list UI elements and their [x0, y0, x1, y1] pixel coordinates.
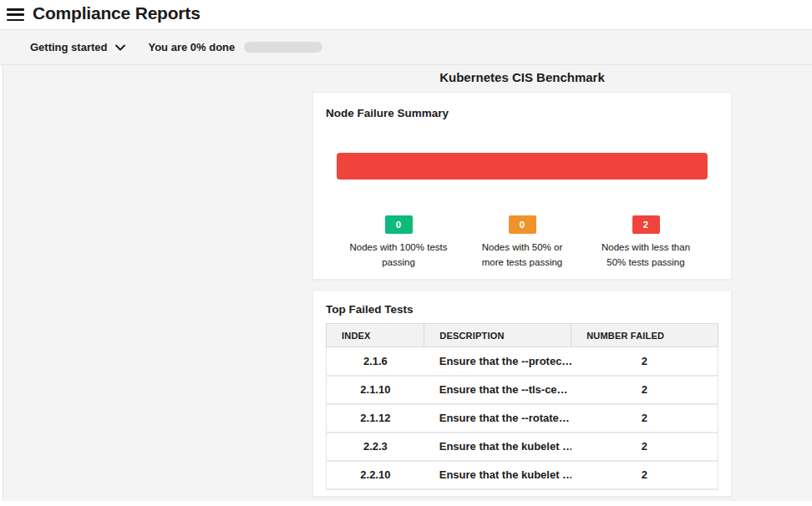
getting-started-toolbar: Getting started You are 0% done: [0, 29, 812, 65]
node-failure-summary-title: Node Failure Summary: [326, 107, 718, 119]
cell-number-failed: 2: [571, 376, 718, 404]
progress-bar: [244, 42, 322, 53]
stat-label: Nodes with 100% tests passing: [337, 240, 460, 271]
content-panel: Kubernetes CIS Benchmark Node Failure Su…: [3, 65, 812, 501]
cell-index: 2.2.3: [327, 433, 424, 461]
app-header: Compliance Reports: [0, 0, 812, 29]
cell-description: Ensure that the kubelet …: [424, 433, 571, 461]
node-stat: 0 Nodes with 100% tests passing: [337, 215, 460, 271]
table-row: 2.2.10 Ensure that the kubelet … 2: [327, 461, 718, 489]
cell-index: 2.1.6: [327, 347, 424, 376]
column-header-description: DESCRIPTION: [424, 324, 571, 347]
node-failure-stacked-bar: [337, 153, 708, 180]
cell-index: 2.1.10: [327, 376, 424, 404]
cell-number-failed: 2: [571, 433, 718, 461]
stat-label: Nodes with 50% or more tests passing: [460, 240, 584, 271]
stat-label: Nodes with less than 50% tests passing: [584, 240, 708, 271]
progress-text: You are 0% done: [148, 41, 235, 53]
stat-count-badge: 0: [385, 215, 413, 234]
cell-number-failed: 2: [571, 461, 718, 489]
table-row: 2.1.10 Ensure that the --tls-ce… 2: [327, 376, 718, 404]
top-failed-tests-table: INDEX DESCRIPTION NUMBER FAILED 2.1.6 En…: [326, 323, 718, 490]
page-title: Compliance Reports: [33, 3, 200, 23]
stat-count-badge: 2: [632, 215, 660, 234]
table-row: 2.1.12 Ensure that the --rotate… 2: [327, 404, 718, 433]
cell-index: 2.2.10: [327, 461, 424, 489]
top-failed-tests-title: Top Failed Tests: [326, 303, 718, 316]
cell-description: Ensure that the --protec…: [424, 347, 571, 376]
node-failure-summary-card: Node Failure Summary 0 Nodes with 100% t…: [312, 92, 732, 280]
node-stats-row: 0 Nodes with 100% tests passing 0 Nodes …: [337, 215, 708, 271]
chevron-down-icon: [115, 44, 125, 51]
column-header-index: INDEX: [327, 324, 424, 347]
getting-started-dropdown[interactable]: Getting started: [30, 41, 125, 53]
bottom-strip: [0, 501, 812, 506]
column-header-number-failed: NUMBER FAILED: [571, 324, 718, 347]
hamburger-menu-icon[interactable]: [7, 8, 24, 21]
top-failed-tests-card: Top Failed Tests INDEX DESCRIPTION NUMBE…: [312, 290, 732, 497]
benchmark-title: Kubernetes CIS Benchmark: [312, 70, 732, 84]
cell-description: Ensure that the --rotate…: [424, 404, 571, 433]
node-stat: 0 Nodes with 50% or more tests passing: [460, 215, 584, 271]
cell-number-failed: 2: [571, 404, 718, 433]
cell-index: 2.1.12: [327, 404, 424, 433]
table-header-row: INDEX DESCRIPTION NUMBER FAILED: [327, 324, 718, 347]
stat-count-badge: 0: [509, 215, 536, 234]
node-stat: 2 Nodes with less than 50% tests passing: [584, 215, 708, 271]
cell-number-failed: 2: [571, 347, 718, 376]
getting-started-label: Getting started: [30, 41, 107, 53]
cell-description: Ensure that the --tls-ce…: [424, 376, 571, 404]
table-row: 2.1.6 Ensure that the --protec… 2: [327, 347, 718, 376]
table-row: 2.2.3 Ensure that the kubelet … 2: [327, 433, 718, 461]
cell-description: Ensure that the kubelet …: [424, 461, 571, 489]
